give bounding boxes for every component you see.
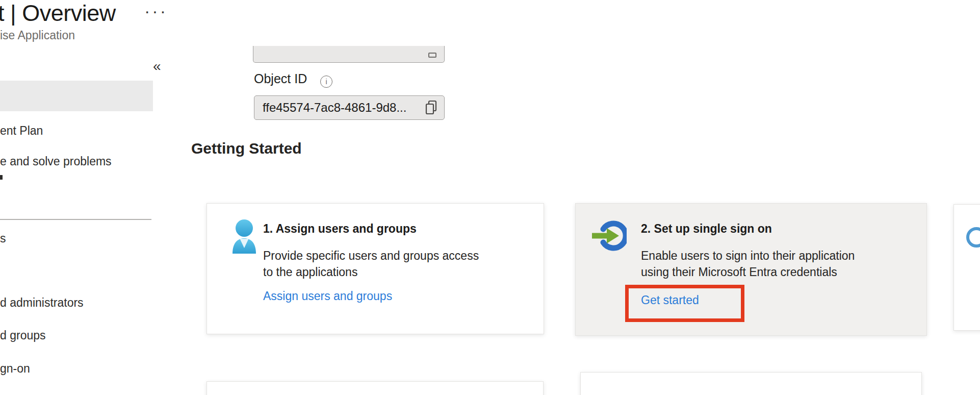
sidebar-item-single-sign-on[interactable]: gn-on <box>0 362 30 376</box>
sidebar-item-users-groups[interactable]: d groups <box>0 329 46 342</box>
card-title: 2. Set up single sign on <box>641 222 772 236</box>
sidebar-item-selected[interactable] <box>0 81 153 111</box>
copy-icon[interactable] <box>428 53 436 58</box>
sidebar-collapse-icon[interactable]: « <box>153 58 161 75</box>
card-partial-bottom-left <box>207 381 544 395</box>
sidebar-item-roles-administrators[interactable]: d administrators <box>0 296 84 310</box>
sidebar-item-properties[interactable]: s <box>0 232 6 245</box>
get-started-link[interactable]: Get started <box>641 293 699 307</box>
card-assign-users-groups: 1. Assign users and groups Provide speci… <box>207 203 544 334</box>
object-id-field[interactable]: ffe45574-7ac8-4861-9d8... <box>254 95 445 120</box>
card-set-up-single-sign-on: 2. Set up single sign on Enable users to… <box>575 203 927 336</box>
application-id-field-partial[interactable] <box>253 46 445 63</box>
more-menu-icon[interactable]: ··· <box>144 1 168 21</box>
partial-ring-icon <box>965 226 980 251</box>
page-subtitle: ise Application <box>0 29 75 42</box>
user-icon <box>228 219 260 256</box>
card-description: Enable users to sign into their applicat… <box>641 248 855 280</box>
getting-started-heading: Getting Started <box>191 140 302 157</box>
page-title: t | Overview <box>0 0 116 27</box>
object-id-label: Object ID <box>254 71 307 86</box>
sidebar-item-label-fragment <box>0 175 3 180</box>
card-title: 1. Assign users and groups <box>263 222 417 236</box>
card-partial-bottom-right <box>580 372 922 395</box>
sidebar-item-deployment-plan[interactable]: ent Plan <box>0 124 43 138</box>
object-id-value: ffe45574-7ac8-4861-9d8... <box>263 101 425 115</box>
card-partial-right <box>953 204 980 331</box>
sidebar-divider <box>0 219 151 220</box>
assign-users-groups-link[interactable]: Assign users and groups <box>263 289 392 303</box>
copy-icon[interactable] <box>425 100 438 115</box>
sidebar-item-diagnose-solve-problems[interactable]: e and solve problems <box>0 155 112 168</box>
card-description: Provide specific users and groups access… <box>263 248 479 280</box>
info-icon[interactable]: i <box>320 76 332 88</box>
sign-in-arrow-icon <box>590 220 627 253</box>
